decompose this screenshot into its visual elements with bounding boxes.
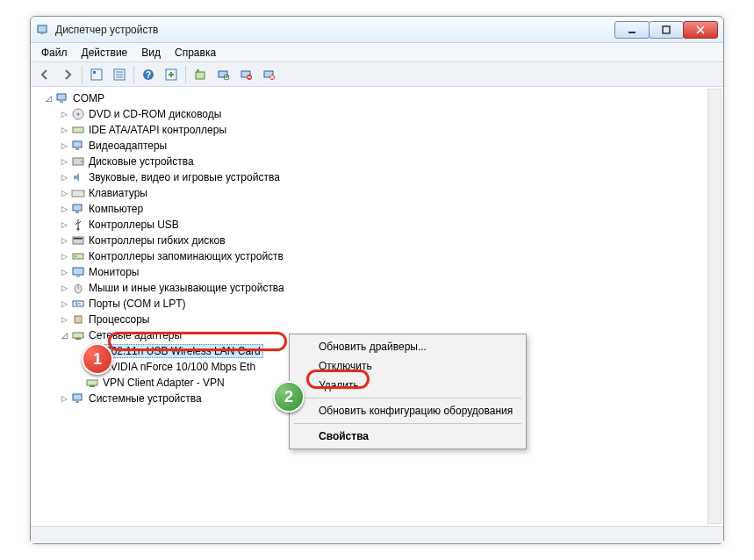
category-icon bbox=[71, 202, 85, 216]
tree-category[interactable]: Видеоадаптеры bbox=[55, 138, 723, 154]
expander-icon[interactable] bbox=[59, 125, 69, 135]
context-disable[interactable]: Отключить bbox=[292, 356, 523, 376]
expander-icon[interactable] bbox=[59, 314, 69, 325]
svg-rect-3 bbox=[663, 26, 670, 33]
svg-rect-0 bbox=[38, 25, 47, 32]
expander-icon[interactable] bbox=[59, 283, 69, 293]
svg-rect-37 bbox=[73, 254, 83, 259]
svg-rect-26 bbox=[73, 127, 83, 133]
svg-rect-14 bbox=[197, 69, 199, 73]
expander-icon[interactable] bbox=[59, 172, 69, 183]
device-label: 802.11n USB Wireless LAN Card bbox=[103, 344, 263, 358]
tree-category[interactable]: Дисковые устройства bbox=[55, 154, 723, 169]
category-icon bbox=[71, 297, 85, 311]
tree-category[interactable]: Контроллеры запоминающих устройств bbox=[55, 248, 723, 264]
window-title: Диспетчер устройств bbox=[55, 24, 615, 36]
expander-icon[interactable] bbox=[59, 298, 69, 309]
category-label: Дисковые устройства bbox=[89, 155, 194, 168]
expander-icon[interactable] bbox=[59, 251, 69, 262]
tree-root-label: COMP bbox=[73, 92, 104, 104]
svg-rect-36 bbox=[74, 238, 83, 240]
expander-icon[interactable] bbox=[59, 219, 69, 230]
category-label: Сетевые адаптеры bbox=[89, 329, 182, 341]
context-scan-hardware[interactable]: Обновить конфигурацию оборудования bbox=[292, 401, 523, 420]
forward-button[interactable] bbox=[57, 65, 78, 84]
tree-category[interactable]: DVD и CD-ROM дисководы bbox=[55, 106, 723, 122]
svg-rect-23 bbox=[60, 101, 63, 103]
tree-category[interactable]: IDE ATA/ATAPI контроллеры bbox=[55, 122, 723, 138]
tree-category[interactable]: Процессоры bbox=[55, 312, 723, 327]
help-button[interactable]: ? bbox=[138, 65, 159, 84]
tree-icon bbox=[90, 68, 103, 81]
expander-icon[interactable] bbox=[59, 393, 69, 404]
category-icon bbox=[71, 265, 85, 279]
category-label: Контроллеры USB bbox=[89, 219, 179, 231]
properties-icon bbox=[113, 68, 126, 81]
expander-icon[interactable] bbox=[59, 109, 69, 119]
tree-category[interactable]: Звуковые, видео и игровые устройства bbox=[55, 169, 723, 185]
uninstall-button[interactable] bbox=[235, 65, 256, 84]
app-icon bbox=[36, 23, 50, 37]
computer-icon bbox=[55, 91, 69, 105]
menu-help[interactable]: Справка bbox=[168, 45, 223, 61]
uninstall-icon bbox=[240, 68, 252, 81]
category-label: Мониторы bbox=[89, 266, 139, 278]
svg-rect-13 bbox=[196, 72, 205, 79]
back-button[interactable] bbox=[34, 65, 55, 84]
menu-view[interactable]: Вид bbox=[134, 45, 168, 61]
svg-rect-54 bbox=[75, 401, 79, 403]
tree-category[interactable]: Мониторы bbox=[55, 264, 723, 280]
svg-text:?: ? bbox=[146, 70, 151, 80]
category-label: Процессоры bbox=[89, 313, 150, 326]
tree-category[interactable]: Порты (COM и LPT) bbox=[55, 296, 723, 312]
context-update-drivers[interactable]: Обновить драйверы... bbox=[292, 337, 523, 356]
context-delete[interactable]: Удалить bbox=[292, 376, 523, 395]
expander-icon[interactable] bbox=[59, 330, 69, 341]
category-icon bbox=[71, 139, 85, 153]
category-icon bbox=[71, 123, 85, 137]
expander-icon[interactable] bbox=[59, 204, 69, 214]
expander-icon[interactable] bbox=[59, 140, 69, 151]
svg-point-34 bbox=[77, 228, 80, 231]
expander-icon[interactable] bbox=[59, 235, 69, 246]
context-properties[interactable]: Свойства bbox=[292, 427, 523, 446]
svg-rect-5 bbox=[93, 71, 96, 74]
expander-icon[interactable] bbox=[59, 188, 69, 198]
device-tree-panel: COMP DVD и CD-ROM дисководыIDE ATA/ATAPI… bbox=[31, 87, 723, 526]
svg-rect-27 bbox=[73, 141, 82, 147]
tree-category[interactable]: Мыши и иные указывающие устройства bbox=[55, 280, 723, 296]
category-icon bbox=[71, 328, 85, 342]
category-icon bbox=[71, 281, 85, 295]
scan-hardware-button[interactable] bbox=[212, 65, 233, 84]
context-separator bbox=[294, 398, 521, 398]
close-icon bbox=[696, 25, 705, 34]
action-button[interactable] bbox=[161, 65, 182, 84]
properties-button[interactable] bbox=[109, 65, 130, 84]
show-hide-tree-button[interactable] bbox=[86, 65, 107, 84]
expander-icon[interactable] bbox=[59, 156, 69, 167]
svg-rect-4 bbox=[91, 69, 102, 80]
expander-icon[interactable] bbox=[43, 93, 54, 104]
expander-icon[interactable] bbox=[59, 267, 69, 277]
maximize-button[interactable] bbox=[649, 21, 684, 39]
tree-category[interactable]: Контроллеры USB bbox=[55, 217, 723, 233]
svg-rect-46 bbox=[75, 338, 81, 340]
update-driver-button[interactable] bbox=[190, 65, 211, 84]
tree-category[interactable]: Клавиатуры bbox=[55, 185, 723, 201]
disable-button[interactable] bbox=[258, 65, 279, 84]
context-separator bbox=[294, 423, 521, 424]
menu-file[interactable]: Файл bbox=[34, 45, 75, 61]
network-adapter-icon bbox=[85, 376, 99, 390]
category-icon bbox=[71, 154, 85, 169]
category-label: Видеоадаптеры bbox=[89, 140, 167, 152]
minimize-button[interactable] bbox=[614, 21, 650, 39]
update-driver-icon bbox=[194, 68, 206, 81]
maximize-icon bbox=[662, 25, 671, 34]
tree-root[interactable]: COMP bbox=[39, 90, 723, 106]
tree-category[interactable]: Компьютер bbox=[55, 201, 723, 217]
tree-category[interactable]: Контроллеры гибких дисков bbox=[55, 233, 723, 248]
menu-action[interactable]: Действие bbox=[75, 45, 135, 61]
svg-rect-40 bbox=[76, 276, 80, 277]
category-label: IDE ATA/ATAPI контроллеры bbox=[89, 124, 226, 136]
close-button[interactable] bbox=[683, 21, 718, 39]
